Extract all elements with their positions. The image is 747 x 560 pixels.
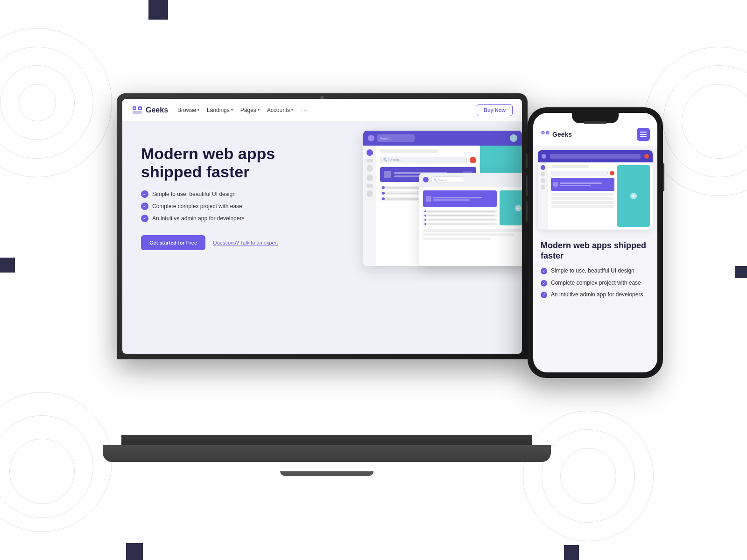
phone-app-inner: ▶	[538, 162, 653, 230]
check-icon-2: ✓	[141, 203, 148, 210]
mockup-search-row: 🔍 Search...	[380, 157, 476, 163]
nav-more-icon[interactable]: ···	[301, 106, 308, 114]
nav-accounts[interactable]: Accounts ▾	[267, 107, 293, 113]
phone-feature-1: ✓ Simple to use, beautiful UI design	[541, 267, 650, 275]
bottom-row	[423, 229, 522, 232]
phone-app-section: ▶	[533, 146, 657, 234]
mockup2-card	[423, 190, 497, 207]
phone-play-icon: ▶	[630, 193, 637, 199]
row2-line	[428, 219, 495, 220]
phone-card-line	[560, 182, 602, 184]
mockup2-card-icon	[426, 196, 431, 202]
phone-mockup-header	[551, 165, 589, 168]
phone-card-line	[560, 185, 591, 186]
phone-mockup-logo	[542, 154, 546, 159]
svg-point-3	[134, 107, 135, 108]
mockup-logo-sq	[368, 135, 374, 141]
phone-sidebar-item	[541, 185, 545, 189]
mockup-header-bar	[380, 149, 438, 153]
row2-dot	[424, 210, 426, 212]
phone-logo-icon	[541, 130, 550, 139]
landings-chevron-icon: ▾	[231, 108, 233, 112]
phone-feature-3: ✓ An intuitive admin app for developers	[541, 291, 650, 299]
laptop-feature-2: ✓ Complete complex project with ease	[141, 203, 335, 210]
phone-menu-button[interactable]	[637, 128, 650, 141]
laptop-bezel: Geeks Browse ▾ Landings ▾ Pages ▾ Accoun…	[117, 93, 528, 359]
phone-inner-search	[551, 171, 608, 175]
sidebar-item	[366, 149, 373, 156]
laptop-hero-right: Search...	[345, 135, 503, 340]
svg-point-7	[140, 107, 141, 108]
phone-card-icon	[553, 182, 558, 187]
phone-app-row	[551, 193, 614, 196]
laptop-feature-3: ✓ An intuitive admin app for developers	[141, 215, 335, 222]
card2-line	[433, 197, 482, 198]
mockup2-left	[423, 190, 497, 225]
mockup2-row	[423, 218, 497, 221]
row2-dot	[424, 219, 426, 221]
laptop-hero: Modern web apps shipped faster ✓ Simple …	[122, 121, 522, 354]
phone-check-icon-2: ✓	[541, 280, 547, 287]
row-indicator	[382, 197, 385, 200]
phone-notch	[572, 113, 619, 123]
phone-app-row	[551, 201, 614, 204]
mockup2-bottom	[419, 229, 522, 243]
talk-expert-link[interactable]: Questions? Talk to an expert	[213, 240, 278, 245]
mockup2-row	[423, 223, 497, 225]
phone-app-right-panel: ▶	[617, 165, 650, 227]
svg-point-15	[547, 132, 548, 133]
svg-rect-8	[133, 111, 142, 114]
phone-app-row	[551, 197, 614, 200]
nav-landings[interactable]: Landings ▾	[207, 107, 233, 113]
buy-now-button[interactable]: Buy Now	[477, 104, 513, 116]
laptop-feature-3-text: An intuitive admin app for developers	[152, 215, 244, 222]
sidebar-item	[366, 184, 373, 188]
mockup2-right-panel: ▶	[500, 190, 522, 225]
mockup2-card-lines	[433, 197, 494, 201]
svg-point-11	[542, 132, 543, 133]
row2-line	[428, 211, 495, 212]
mockup2-play-icon: ▶	[515, 205, 521, 211]
get-started-button[interactable]: Get started for Free	[141, 235, 205, 250]
phone-mockup-search-row	[551, 171, 614, 175]
nav-browse[interactable]: Browse ▾	[177, 107, 199, 113]
mockup2-row	[423, 214, 497, 217]
browse-chevron-icon: ▾	[197, 108, 199, 112]
phone-power-button	[663, 163, 664, 191]
mockup-topbar: Search...	[363, 131, 522, 146]
hero-cta: Get started for Free Questions? Talk to …	[141, 235, 335, 250]
menu-line	[640, 134, 647, 135]
nav-pages[interactable]: Pages ▾	[240, 107, 260, 113]
phone-mute-button	[526, 154, 528, 168]
svg-point-6	[139, 107, 140, 108]
mockup2-topbar: 🔍 Search	[419, 173, 522, 187]
laptop-feature-1: ✓ Simple to use, beautiful UI design	[141, 190, 335, 198]
laptop-logo-text: Geeks	[146, 106, 168, 114]
row-indicator	[382, 192, 385, 195]
menu-line	[640, 136, 647, 137]
row2-dot	[424, 223, 426, 225]
pages-chevron-icon: ▾	[258, 108, 260, 112]
phone-screen: Geeks	[533, 113, 657, 372]
svg-point-12	[543, 132, 544, 133]
laptop-device: Geeks Browse ▾ Landings ▾ Pages ▾ Accoun…	[117, 93, 537, 476]
phone-check-icon-3: ✓	[541, 292, 547, 298]
svg-point-16	[548, 132, 549, 133]
laptop-features-list: ✓ Simple to use, beautiful UI design ✓ C…	[141, 190, 335, 222]
mockup2-search: 🔍 Search	[431, 176, 464, 183]
phone-feature-3-text: An intuitive admin app for developers	[551, 291, 643, 299]
phone-hero-content: Modern web apps shipped faster ✓ Simple …	[533, 234, 657, 372]
accounts-chevron-icon: ▾	[291, 108, 293, 112]
mockup-search-text: Search...	[380, 137, 393, 140]
phone-feature-2: ✓ Complete complex project with ease	[541, 280, 650, 287]
mockup2-rows	[423, 210, 497, 225]
mockup2-row	[423, 210, 497, 213]
laptop-app-mockup2: 🔍 Search	[419, 173, 522, 266]
phone-check-icon-1: ✓	[541, 268, 547, 274]
bottom-row	[423, 233, 514, 236]
row-indicator	[382, 186, 385, 189]
phone-sidebar-item	[541, 165, 545, 170]
phone-speaker	[584, 121, 607, 124]
row2-line	[428, 215, 495, 216]
phone-sidebar-item	[541, 172, 545, 176]
